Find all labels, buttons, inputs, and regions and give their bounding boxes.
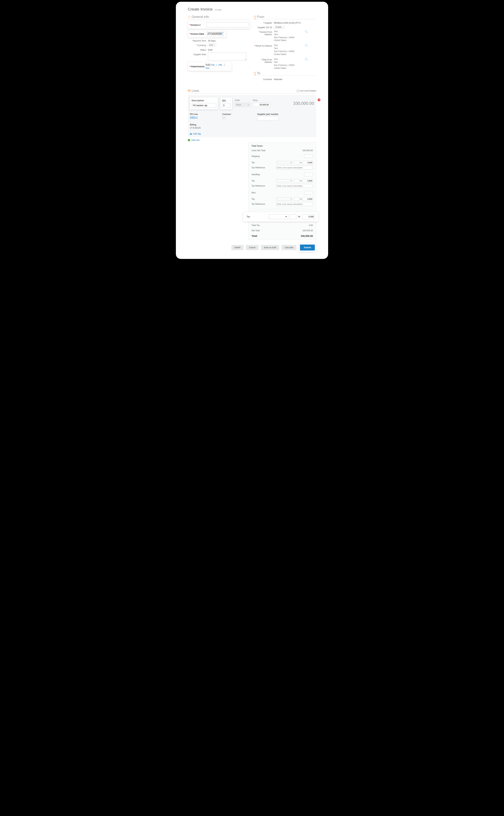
general-info-label: General Info	[192, 15, 209, 19]
line-level-tax-label: Line Level Taxation	[300, 90, 316, 92]
currency-select[interactable]: AUD ▾	[208, 43, 216, 47]
page-title-text: Create Invoice	[188, 7, 213, 11]
status-value: Draft	[208, 48, 212, 51]
misc-tax-label: Tax	[251, 198, 255, 200]
shipping-input[interactable]	[304, 154, 313, 158]
currency-value: AUD	[209, 44, 213, 46]
add-line-button[interactable]: + Add Line	[188, 139, 316, 141]
calculate-button[interactable]: Calculate	[281, 245, 296, 250]
billing-value: 27-6-63125	[190, 127, 201, 129]
misc-tax-pct-input[interactable]	[294, 197, 299, 201]
attach-url-link[interactable]: URL	[218, 64, 222, 66]
supplier-note-textarea[interactable]	[208, 53, 246, 60]
plus-icon: +	[188, 139, 190, 141]
remit-to-address: TestTestSan Francisco, 10000United State…	[274, 44, 294, 56]
add-line-label: Add Line	[191, 139, 199, 141]
attach-add-label: Add	[205, 63, 210, 66]
handling-tax-label: Tax	[251, 179, 255, 182]
page-subtitle: Create	[215, 8, 222, 11]
vat-value: 123455	[275, 26, 282, 28]
lines-heading: Lines	[192, 89, 199, 93]
line-level-tax-toggle[interactable]: Line Level Taxation	[297, 90, 316, 92]
line-level-tax-checkbox[interactable]	[297, 90, 299, 92]
part-label: Supplier part number	[257, 113, 278, 115]
attach-text-link[interactable]: Text	[205, 67, 209, 69]
attachments-label: Attachments	[191, 65, 205, 68]
customer-label: Customer	[254, 77, 274, 81]
tag-icon: +	[190, 133, 192, 135]
handling-tax-ref-input[interactable]	[276, 184, 313, 188]
customer-value: Atlassian	[274, 77, 282, 81]
general-info-header: General Info	[188, 15, 250, 19]
supplier-note-label: Supplier Note	[188, 53, 208, 56]
pin-icon	[254, 16, 256, 18]
attach-file-link[interactable]: File	[211, 64, 215, 66]
handling-tax-select[interactable]: ▾	[277, 179, 292, 182]
qty-input[interactable]	[222, 103, 230, 108]
misc-tax-ref-input[interactable]	[276, 202, 313, 206]
calendar-icon[interactable]	[221, 33, 222, 35]
shipping-tax-amt-input[interactable]	[302, 161, 313, 164]
description-label: Description	[192, 99, 216, 102]
search-icon[interactable]	[305, 30, 307, 32]
invoice-number-row: *Invoice #	[188, 21, 250, 29]
line-total: 100,000.00	[273, 97, 314, 106]
invoice-date-value: 27/10/2020	[207, 32, 221, 35]
payment-term-value: 30 Days	[208, 39, 216, 42]
price-input[interactable]	[253, 103, 270, 107]
uom-value: Each	[236, 103, 241, 106]
delete-button[interactable]: Delete	[231, 245, 244, 250]
gear-icon	[188, 16, 191, 18]
lines-icon	[188, 90, 191, 92]
save-draft-button[interactable]: Save as draft	[261, 245, 279, 250]
grand-total-value: 100,000.00	[301, 235, 313, 238]
handling-input[interactable]	[304, 173, 313, 176]
invoice-number-input[interactable]	[206, 22, 249, 27]
vat-select[interactable]: 123455 ▾	[274, 26, 285, 29]
to-label: To	[257, 71, 260, 75]
submit-button[interactable]: Submit	[300, 245, 315, 251]
invoice-from-address: TestTestSan Francisco, 10000United State…	[274, 30, 294, 42]
po-line-link[interactable]: 22521-1	[190, 116, 198, 119]
search-icon[interactable]	[305, 58, 307, 60]
main-tax-row: Tax ▾ %	[243, 212, 319, 222]
payment-term-label: Payment Term	[188, 39, 208, 42]
main-tax-pct-input[interactable]	[290, 214, 296, 219]
uom-select[interactable]: Each ▾	[235, 103, 250, 107]
pct-label: %	[298, 215, 300, 218]
contract-select[interactable]: ▾	[222, 116, 226, 119]
main-tax-amt-input[interactable]	[302, 214, 315, 219]
add-tag-button[interactable]: + Add Tag	[190, 133, 314, 135]
shipping-tax-select[interactable]: ▾	[277, 161, 292, 164]
billing-label: Billing	[190, 123, 314, 126]
shipping-tax-ref-label: Tax Reference	[251, 166, 265, 169]
add-tag-label: Add Tag	[193, 133, 201, 135]
invoice-date-picker[interactable]: 27/10/2020	[206, 32, 224, 36]
misc-tax-select[interactable]: ▾	[277, 197, 292, 200]
part-input[interactable]	[257, 116, 278, 120]
invoice-number-label: Invoice #	[191, 24, 201, 26]
handling-tax-pct-input[interactable]	[294, 179, 299, 182]
misc-tax-amt-input[interactable]	[302, 197, 313, 201]
invoice-from-label: Invoice-From Address	[260, 31, 272, 36]
cancel-button[interactable]: Cancel	[246, 245, 258, 250]
remove-line-icon[interactable]: ✕	[318, 98, 320, 101]
shipping-tax-pct-input[interactable]	[294, 161, 299, 164]
misc-label: Misc	[251, 191, 256, 194]
price-label: Price	[253, 99, 270, 102]
chevron-down-icon: ▾	[248, 104, 249, 106]
description-input[interactable]	[192, 103, 216, 108]
shipping-label: Shipping	[251, 155, 260, 157]
ship-from-label: Ship-From Address	[262, 58, 272, 63]
pct-label: %	[300, 161, 302, 163]
search-icon[interactable]	[305, 44, 307, 46]
currency-label: Currency	[198, 44, 206, 47]
shipping-tax-ref-input[interactable]	[276, 166, 313, 169]
main-tax-select[interactable]: ▾	[269, 214, 288, 219]
misc-input[interactable]	[304, 191, 313, 194]
supplier-label: Supplier	[264, 22, 272, 24]
contract-label: Contract	[222, 113, 231, 115]
handling-tax-amt-input[interactable]	[302, 179, 313, 182]
supplier-value: REDBALLOON (AUD) (PTY)	[274, 21, 301, 24]
lines-net-total-value: 100,000.00	[302, 149, 313, 152]
